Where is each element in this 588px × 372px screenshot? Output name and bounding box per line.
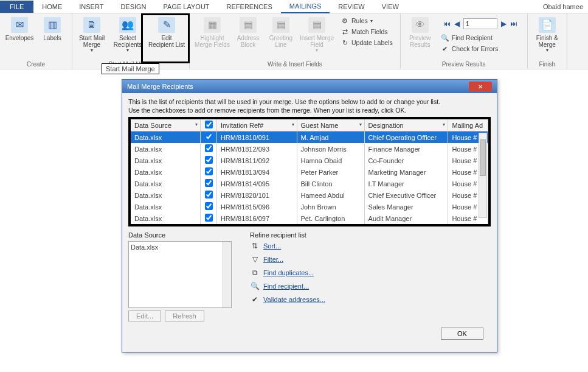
group-write-insert: ▦ Highlight Merge Fields ▤ Address Block… — [190, 13, 401, 69]
address-block-button[interactable]: ▤ Address Block — [232, 15, 264, 51]
filter-icon: ▽ — [250, 254, 260, 264]
recipients-table[interactable]: Data Source▾ Invitation Ref#▾ Guest Name… — [131, 119, 488, 224]
tab-review[interactable]: REVIEW — [330, 1, 373, 13]
cell-checkbox[interactable] — [201, 166, 217, 178]
preview-icon: 👁 — [412, 17, 429, 33]
group-label-preview: Preview Results — [404, 60, 524, 69]
find-icon: 🔍 — [250, 281, 260, 291]
rules-button[interactable]: ⚙Rules ▾ — [339, 16, 394, 26]
check-icon: ✔ — [441, 44, 449, 53]
cell-checkbox[interactable] — [201, 212, 217, 224]
tab-file[interactable]: FILE — [0, 1, 33, 13]
table-row[interactable]: Data.xlsxHRM/81815/096John BrownSales Ma… — [131, 201, 488, 212]
cell-invitation-ref: HRM/81814/095 — [217, 178, 297, 189]
ok-button[interactable]: OK — [441, 328, 483, 340]
check-errors-button[interactable]: ✔Check for Errors — [440, 44, 521, 54]
envelopes-button[interactable]: ✉ Envelopes — [4, 15, 35, 44]
close-button[interactable]: ✕ — [469, 82, 492, 91]
last-record-button[interactable]: ⏭ — [510, 19, 517, 28]
data-source-list[interactable]: Data.xlsx — [128, 241, 232, 308]
edit-button[interactable]: Edit... — [128, 311, 161, 321]
row-checkbox[interactable] — [205, 179, 213, 187]
tab-insert[interactable]: INSERT — [71, 1, 112, 13]
table-row[interactable]: Data.xlsxHRM/81810/091M. AmjadChief Oper… — [131, 132, 488, 143]
table-row[interactable]: Data.xlsxHRM/81816/097Pet. CarlingtonAud… — [131, 212, 488, 224]
cell-checkbox[interactable] — [201, 132, 217, 143]
tab-view[interactable]: VIEW — [373, 1, 407, 13]
col-designation[interactable]: Designation▾ — [365, 119, 449, 132]
insert-merge-field-button[interactable]: ▤ Insert Merge Field ▾ — [298, 15, 336, 56]
highlight-merge-fields-button[interactable]: ▦ Highlight Merge Fields — [193, 15, 231, 51]
address-icon: ▤ — [240, 17, 257, 33]
close-icon: ✕ — [478, 83, 483, 90]
finish-merge-button[interactable]: 📄 Finish & Merge ▾ — [531, 15, 563, 56]
first-record-button[interactable]: ⏮ — [443, 19, 451, 28]
annotation-tooltip: Start Mail Merge — [102, 63, 159, 74]
col-guest-name[interactable]: Guest Name▾ — [297, 119, 365, 132]
col-data-source[interactable]: Data Source▾ — [131, 119, 201, 132]
group-create: ✉ Envelopes ▥ Labels Create — [0, 13, 72, 69]
find-duplicates-link[interactable]: Find duplicates... — [263, 269, 314, 276]
table-row[interactable]: Data.xlsxHRM/81811/092Hamna ObaidCo-Foun… — [131, 155, 488, 166]
greeting-line-button[interactable]: ▤ Greeting Line — [265, 15, 297, 51]
row-checkbox[interactable] — [205, 156, 213, 164]
mail-merge-icon: 🗎 — [83, 17, 100, 33]
col-mailing-address[interactable]: Mailing Ad — [448, 119, 488, 132]
dialog-description: This is the list of recipients that will… — [128, 98, 491, 114]
sort-icon: ▾ — [292, 122, 294, 127]
table-row[interactable]: Data.xlsxHRM/81820/101Hameed AbdulChief … — [131, 189, 488, 201]
row-checkbox[interactable] — [205, 167, 213, 175]
tab-page-layout[interactable]: PAGE LAYOUT — [155, 1, 218, 13]
labels-icon: ▥ — [44, 17, 61, 33]
row-checkbox[interactable] — [205, 214, 213, 222]
tab-design[interactable]: DESIGN — [112, 1, 154, 13]
tab-home[interactable]: HOME — [33, 1, 71, 13]
validate-addresses-link[interactable]: Validate addresses... — [263, 296, 325, 303]
cell-checkbox[interactable] — [201, 155, 217, 166]
record-number-input[interactable] — [463, 18, 497, 29]
data-source-item[interactable]: Data.xlsx — [131, 244, 158, 251]
edit-recipient-list-button[interactable]: ✎ Edit Recipient List — [148, 15, 185, 51]
table-row[interactable]: Data.xlsxHRM/81814/095Bill ClintonI.T Ma… — [131, 178, 488, 189]
row-checkbox[interactable] — [205, 191, 213, 198]
group-preview-results: 👁 Preview Results ⏮ ◀ ▶ ⏭ 🔍Find Recipien… — [401, 13, 528, 69]
tab-mailings[interactable]: MAILINGS — [281, 0, 330, 13]
find-recipient-link[interactable]: Find recipient... — [263, 283, 309, 290]
match-icon: ⇄ — [341, 27, 349, 36]
find-recipient-button[interactable]: 🔍Find Recipient — [440, 33, 521, 43]
update-labels-button[interactable]: ↻Update Labels — [339, 38, 394, 47]
data-source-title: Data Source — [128, 231, 232, 239]
scrollbar-thumb[interactable] — [480, 139, 486, 176]
row-checkbox[interactable] — [205, 133, 213, 141]
cell-guest-name: John Brown — [297, 201, 365, 212]
preview-results-button[interactable]: 👁 Preview Results — [404, 15, 436, 51]
table-header: Data Source▾ Invitation Ref#▾ Guest Name… — [131, 119, 488, 132]
table-row[interactable]: Data.xlsxHRM/81813/094Peter ParkerMarket… — [131, 166, 488, 178]
col-checkbox[interactable] — [201, 119, 217, 132]
col-invitation-ref[interactable]: Invitation Ref#▾ — [217, 119, 297, 132]
cell-invitation-ref: HRM/81811/092 — [217, 155, 297, 166]
labels-button[interactable]: ▥ Labels — [36, 15, 68, 44]
prev-record-button[interactable]: ◀ — [454, 19, 460, 28]
cell-checkbox[interactable] — [201, 189, 217, 201]
cell-data-source: Data.xlsx — [131, 212, 201, 224]
dialog-titlebar[interactable]: Mail Merge Recipients ✕ — [122, 80, 497, 93]
match-fields-button[interactable]: ⇄Match Fields — [339, 27, 394, 37]
table-row[interactable]: Data.xlsxHRM/81812/093Johnson MorrisFina… — [131, 143, 488, 155]
start-mail-merge-button[interactable]: 🗎 Start Mail Merge ▾ — [76, 15, 108, 56]
cell-checkbox[interactable] — [201, 143, 217, 155]
scrollbar[interactable] — [479, 133, 487, 218]
tab-references[interactable]: REFERENCES — [218, 1, 281, 13]
header-checkbox[interactable] — [205, 121, 213, 128]
select-recipients-button[interactable]: 👥 Select Recipients ▾ — [109, 15, 147, 56]
scrollbar[interactable] — [223, 242, 231, 307]
row-checkbox[interactable] — [205, 144, 213, 152]
sort-link[interactable]: Sort... — [263, 242, 281, 250]
dropdown-icon: ▾ — [316, 48, 318, 54]
refresh-button[interactable]: Refresh — [165, 311, 204, 321]
next-record-button[interactable]: ▶ — [501, 19, 507, 28]
cell-checkbox[interactable] — [201, 178, 217, 189]
cell-checkbox[interactable] — [201, 201, 217, 212]
filter-link[interactable]: Filter... — [263, 256, 283, 263]
row-checkbox[interactable] — [205, 202, 213, 210]
